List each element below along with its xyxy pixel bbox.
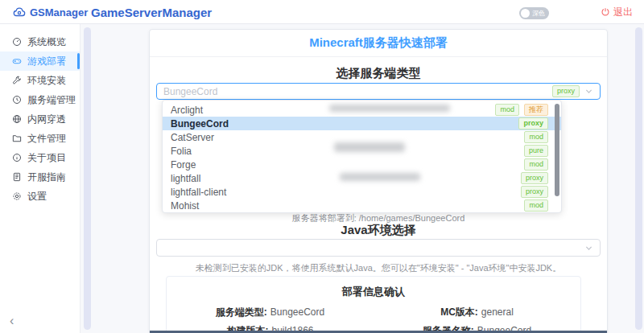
jdk-hint: 未检测到已安装的JDK，将使用系统默认Java。您可以在"环境安装" - "Ja… <box>150 262 607 274</box>
logout-label: 退出 <box>613 6 633 19</box>
sidebar-item-label: 系统概览 <box>27 35 66 49</box>
sidebar-menu: 系统概览 游戏部署 环境安装 <box>0 24 80 206</box>
confirm-grid: 服务端类型:BungeeCord MC版本:general 构建版本:build… <box>167 306 580 333</box>
logout-button[interactable]: 退出 <box>601 0 633 24</box>
document-icon <box>12 172 22 182</box>
theme-toggle[interactable]: 深色 <box>519 7 549 19</box>
sidebar-item-label: 服务端管理 <box>27 93 76 107</box>
sidebar-item-about[interactable]: 关于项目 <box>0 148 80 167</box>
sidebar-item-guide[interactable]: 开服指南 <box>0 167 80 187</box>
sidebar-item-label: 文件管理 <box>27 132 66 146</box>
option-tag: mod <box>524 131 548 143</box>
top-header: GSManager GameServerManager 深色 退出 <box>0 0 644 24</box>
chevron-down-icon <box>584 87 593 96</box>
toggle-label: 深色 <box>532 9 545 18</box>
sidebar-item-game-deploy[interactable]: 游戏部署 <box>0 51 80 71</box>
sidebar-item-label: 开服指南 <box>27 171 66 184</box>
blur-redaction <box>334 142 405 152</box>
confirm-heading: 部署信息确认 <box>167 285 580 299</box>
confirm-field-mc-version: MC版本:general <box>374 306 580 319</box>
option-tag: mod <box>524 158 548 171</box>
sidebar-collapse-button[interactable]: ‹ <box>10 314 14 328</box>
dropdown-option-bungeecord[interactable]: BungeeCord proxy <box>163 117 561 130</box>
blur-redaction <box>340 173 420 181</box>
confirm-field-server-type: 服务端类型:BungeeCord <box>167 306 374 319</box>
dropdown-option-forge[interactable]: Forge mod <box>163 158 561 171</box>
sidebar-item-label: 设置 <box>27 190 47 204</box>
selected-type-tag: proxy <box>552 85 580 97</box>
sidebar-item-label: 环境安装 <box>27 74 66 88</box>
brand-logo[interactable]: GSManager <box>13 0 88 24</box>
sidebar-item-label: 游戏部署 <box>27 55 66 68</box>
recommended-tag: 推荐 <box>524 104 548 116</box>
java-select[interactable] <box>156 239 601 257</box>
page-title: Minecraft服务器快速部署 <box>150 30 607 57</box>
cloud-logo-icon <box>13 6 26 18</box>
option-tag: pure <box>524 145 548 157</box>
server-type-select[interactable]: BungeeCord proxy <box>156 83 601 100</box>
option-tag: proxy <box>518 117 548 130</box>
chevron-down-icon <box>584 244 593 253</box>
clock-icon <box>12 95 22 105</box>
dropdown-option-lightfall-client[interactable]: lightfall-client proxy <box>163 185 561 199</box>
sidebar-item-intranet-tunnel[interactable]: 内网穿透 <box>0 109 80 129</box>
app-title: GameServerManager <box>91 0 212 24</box>
sidebar-item-file-manage[interactable]: 文件管理 <box>0 129 80 148</box>
deploy-card: Minecraft服务器快速部署 选择服务端类型 BungeeCord prox… <box>149 29 608 333</box>
toggle-knob <box>521 9 530 18</box>
option-tag: proxy <box>521 172 548 184</box>
logo-text: GSManager <box>30 6 88 18</box>
info-icon <box>12 153 22 162</box>
deploy-confirm-panel: 部署信息确认 服务端类型:BungeeCord MC版本:general 构建版… <box>166 276 581 333</box>
sidebar-scrollbar[interactable] <box>84 27 91 330</box>
blur-redaction <box>329 105 450 112</box>
globe-icon <box>12 114 22 124</box>
dropdown-scrollbar-thumb[interactable] <box>555 104 559 196</box>
java-heading: Java环境选择 <box>150 223 607 238</box>
server-type-select-value: BungeeCord <box>163 86 552 97</box>
logout-icon <box>601 7 610 17</box>
folder-icon <box>12 134 22 143</box>
option-tag: mod <box>495 104 519 116</box>
wrench-icon <box>12 76 22 85</box>
gamepad-icon <box>12 56 22 66</box>
sidebar: 系统概览 游戏部署 环境安装 <box>0 24 80 333</box>
server-type-heading: 选择服务端类型 <box>150 66 607 81</box>
sidebar-item-settings[interactable]: 设置 <box>0 187 80 206</box>
sidebar-item-label: 内网穿透 <box>27 113 66 126</box>
sidebar-item-server-manage[interactable]: 服务端管理 <box>0 90 80 109</box>
server-type-dropdown: Arclight mod 推荐 BungeeCord proxy CatServ… <box>162 100 562 213</box>
app-window: GSManager GameServerManager 深色 退出 <box>0 0 644 333</box>
sidebar-item-overview[interactable]: 系统概览 <box>0 32 80 51</box>
gear-icon <box>12 191 22 201</box>
sidebar-item-env-install[interactable]: 环境安装 <box>0 71 80 90</box>
dashboard-icon <box>12 37 22 47</box>
page-scrollbar[interactable] <box>635 27 642 330</box>
dropdown-option-mohist[interactable]: Mohist mod <box>163 199 561 212</box>
main-content: Minecraft服务器快速部署 选择服务端类型 BungeeCord prox… <box>80 24 644 333</box>
sidebar-item-label: 关于项目 <box>27 151 66 165</box>
option-tag: proxy <box>521 186 548 198</box>
option-tag: mod <box>524 199 548 212</box>
